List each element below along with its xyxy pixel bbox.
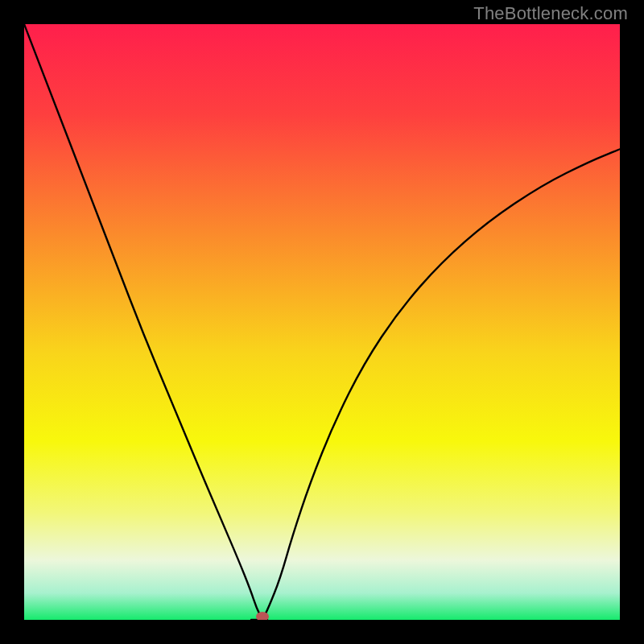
optimum-dot	[256, 612, 269, 621]
plot-background	[24, 24, 620, 620]
watermark-text: TheBottleneck.com	[473, 3, 628, 24]
chart-frame: TheBottleneck.com	[0, 0, 644, 644]
bottleneck-plot	[0, 0, 644, 644]
